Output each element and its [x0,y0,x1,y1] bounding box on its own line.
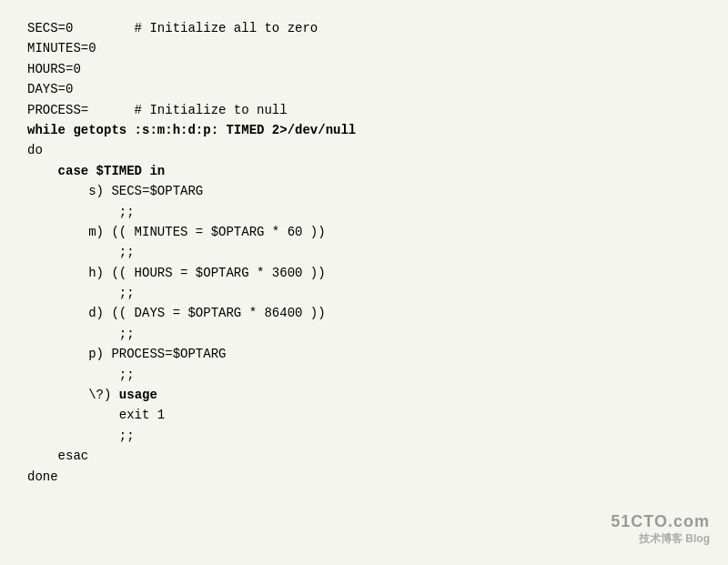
code-line: do [27,140,701,160]
code-line: done [27,467,701,487]
code-line: ;; [27,283,701,303]
code-line: ;; [27,365,701,385]
code-line: DAYS=0 [27,79,701,99]
code-line: s) SECS=$OPTARG [27,181,701,201]
code-line: ;; [27,202,701,222]
code-block: SECS=0 # Initialize all to zero MINUTES=… [0,0,728,505]
code-line: HOURS=0 [27,59,701,79]
watermark-sub: 技术博客 Blog [611,531,710,547]
watermark-main: 51CTO.com [611,512,710,531]
code-line: while getopts :s:m:h:d:p: TIMED 2>/dev/n… [27,120,701,140]
code-line: PROCESS= # Initialize to null [27,100,701,120]
code-line: ;; [27,242,701,262]
code-line: p) PROCESS=$OPTARG [27,344,701,364]
code-line: MINUTES=0 [27,38,701,58]
code-line: ;; [27,426,701,446]
code-line: m) (( MINUTES = $OPTARG * 60 )) [27,222,701,242]
watermark: 51CTO.com 技术博客 Blog [611,512,710,547]
code-line: case $TIMED in [27,161,701,181]
code-line: esac [27,446,701,466]
code-line: ;; [27,324,701,344]
code-line: h) (( HOURS = $OPTARG * 3600 )) [27,263,701,283]
code-line: exit 1 [27,405,701,425]
code-line: \?) usage [27,385,701,405]
code-line: d) (( DAYS = $OPTARG * 86400 )) [27,303,701,323]
code-line: SECS=0 # Initialize all to zero [27,18,701,38]
